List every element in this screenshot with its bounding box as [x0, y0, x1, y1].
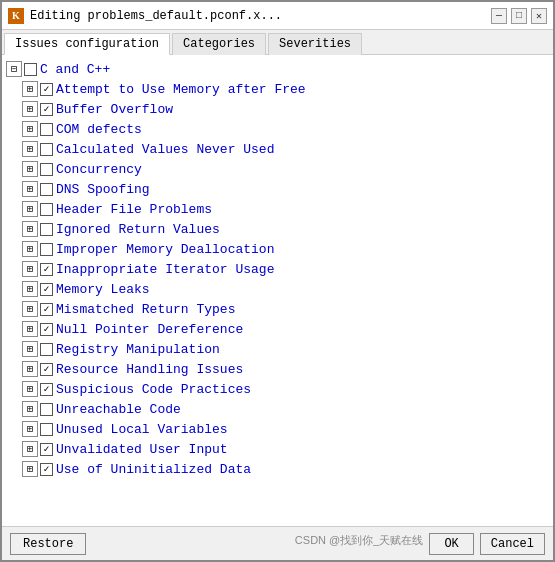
title-bar-left: K Editing problems_default.pconf.x...	[8, 8, 282, 24]
list-item-improper[interactable]: ⊞ Improper Memory Deallocation	[4, 239, 551, 259]
list-item-unreachable[interactable]: ⊞ Unreachable Code	[4, 399, 551, 419]
label-improper: Improper Memory Deallocation	[56, 242, 274, 257]
list-item-unused[interactable]: ⊞ Unused Local Variables	[4, 419, 551, 439]
bottom-bar: Restore CSDN @找到你_天赋在线 OK Cancel	[2, 526, 553, 560]
checkbox-dns[interactable]	[40, 183, 53, 196]
checkbox-header[interactable]	[40, 203, 53, 216]
list-item-buffer[interactable]: ⊞ Buffer Overflow	[4, 99, 551, 119]
list-item-com[interactable]: ⊞ COM defects	[4, 119, 551, 139]
list-item-registry[interactable]: ⊞ Registry Manipulation	[4, 339, 551, 359]
tree-container[interactable]: ⊟ C and C++ ⊞ Attempt to Use Memory afte…	[2, 55, 553, 526]
checkbox-mismatched[interactable]	[40, 303, 53, 316]
checkbox-attempt[interactable]	[40, 83, 53, 96]
checkbox-improper[interactable]	[40, 243, 53, 256]
close-button[interactable]: ✕	[531, 8, 547, 24]
expand-icon-memory-leaks[interactable]: ⊞	[22, 281, 38, 297]
expand-icon-improper[interactable]: ⊞	[22, 241, 38, 257]
expand-icon-unused[interactable]: ⊞	[22, 421, 38, 437]
list-item-dns[interactable]: ⊞ DNS Spoofing	[4, 179, 551, 199]
label-unvalidated: Unvalidated User Input	[56, 442, 228, 457]
checkbox-ignored[interactable]	[40, 223, 53, 236]
watermark-text: CSDN @找到你_天赋在线	[295, 533, 424, 555]
label-memory-leaks: Memory Leaks	[56, 282, 150, 297]
checkbox-cpp[interactable]	[24, 63, 37, 76]
expand-icon-attempt[interactable]: ⊞	[22, 81, 38, 97]
expand-icon-ignored[interactable]: ⊞	[22, 221, 38, 237]
list-item-header[interactable]: ⊞ Header File Problems	[4, 199, 551, 219]
list-item-resource[interactable]: ⊞ Resource Handling Issues	[4, 359, 551, 379]
checkbox-unused[interactable]	[40, 423, 53, 436]
list-item-suspicious[interactable]: ⊞ Suspicious Code Practices	[4, 379, 551, 399]
expand-icon-header[interactable]: ⊞	[22, 201, 38, 217]
restore-button[interactable]: Restore	[10, 533, 86, 555]
content-area: ⊟ C and C++ ⊞ Attempt to Use Memory afte…	[2, 55, 553, 526]
category-c-cpp[interactable]: ⊟ C and C++	[4, 59, 551, 79]
expand-icon-com[interactable]: ⊞	[22, 121, 38, 137]
expand-icon-dns[interactable]: ⊞	[22, 181, 38, 197]
list-item-ignored[interactable]: ⊞ Ignored Return Values	[4, 219, 551, 239]
list-item-null[interactable]: ⊞ Null Pointer Dereference	[4, 319, 551, 339]
list-item-inappropriate[interactable]: ⊞ Inappropriate Iterator Usage	[4, 259, 551, 279]
expand-icon-inappropriate[interactable]: ⊞	[22, 261, 38, 277]
list-item-concurrency[interactable]: ⊞ Concurrency	[4, 159, 551, 179]
expand-icon-resource[interactable]: ⊞	[22, 361, 38, 377]
collapse-icon-cpp[interactable]: ⊟	[6, 61, 22, 77]
label-header: Header File Problems	[56, 202, 212, 217]
label-dns: DNS Spoofing	[56, 182, 150, 197]
expand-icon-unvalidated[interactable]: ⊞	[22, 441, 38, 457]
list-item-memory-leaks[interactable]: ⊞ Memory Leaks	[4, 279, 551, 299]
list-item-unvalidated[interactable]: ⊞ Unvalidated User Input	[4, 439, 551, 459]
label-com: COM defects	[56, 122, 142, 137]
expand-icon-registry[interactable]: ⊞	[22, 341, 38, 357]
app-icon: K	[8, 8, 24, 24]
label-unreachable: Unreachable Code	[56, 402, 181, 417]
label-use-uninit: Use of Uninitialized Data	[56, 462, 251, 477]
checkbox-null[interactable]	[40, 323, 53, 336]
expand-icon-null[interactable]: ⊞	[22, 321, 38, 337]
checkbox-concurrency[interactable]	[40, 163, 53, 176]
category-label-cpp: C and C++	[40, 62, 110, 77]
cancel-button[interactable]: Cancel	[480, 533, 545, 555]
label-suspicious: Suspicious Code Practices	[56, 382, 251, 397]
expand-icon-use-uninit[interactable]: ⊞	[22, 461, 38, 477]
checkbox-unreachable[interactable]	[40, 403, 53, 416]
label-registry: Registry Manipulation	[56, 342, 220, 357]
list-item-calculated[interactable]: ⊞ Calculated Values Never Used	[4, 139, 551, 159]
list-item-mismatched[interactable]: ⊞ Mismatched Return Types	[4, 299, 551, 319]
label-unused: Unused Local Variables	[56, 422, 228, 437]
checkbox-memory-leaks[interactable]	[40, 283, 53, 296]
checkbox-com[interactable]	[40, 123, 53, 136]
checkbox-unvalidated[interactable]	[40, 443, 53, 456]
minimize-button[interactable]: —	[491, 8, 507, 24]
checkbox-calculated[interactable]	[40, 143, 53, 156]
title-bar: K Editing problems_default.pconf.x... — …	[2, 2, 553, 30]
tab-issues-configuration[interactable]: Issues configuration	[4, 33, 170, 55]
window-controls: — □ ✕	[491, 8, 547, 24]
expand-icon-unreachable[interactable]: ⊞	[22, 401, 38, 417]
label-buffer: Buffer Overflow	[56, 102, 173, 117]
checkbox-inappropriate[interactable]	[40, 263, 53, 276]
expand-icon-calculated[interactable]: ⊞	[22, 141, 38, 157]
tab-categories[interactable]: Categories	[172, 33, 266, 55]
list-item-use-uninit[interactable]: ⊞ Use of Uninitialized Data	[4, 459, 551, 479]
maximize-button[interactable]: □	[511, 8, 527, 24]
list-item-attempt[interactable]: ⊞ Attempt to Use Memory after Free	[4, 79, 551, 99]
checkbox-use-uninit[interactable]	[40, 463, 53, 476]
expand-icon-mismatched[interactable]: ⊞	[22, 301, 38, 317]
checkbox-buffer[interactable]	[40, 103, 53, 116]
expand-icon-suspicious[interactable]: ⊞	[22, 381, 38, 397]
label-null: Null Pointer Dereference	[56, 322, 243, 337]
label-ignored: Ignored Return Values	[56, 222, 220, 237]
expand-icon-buffer[interactable]: ⊞	[22, 101, 38, 117]
expand-icon-concurrency[interactable]: ⊞	[22, 161, 38, 177]
bottom-right-area: CSDN @找到你_天赋在线 OK Cancel	[295, 533, 545, 555]
tab-bar: Issues configuration Categories Severiti…	[2, 30, 553, 55]
tab-severities[interactable]: Severities	[268, 33, 362, 55]
checkbox-suspicious[interactable]	[40, 383, 53, 396]
ok-button[interactable]: OK	[429, 533, 473, 555]
label-concurrency: Concurrency	[56, 162, 142, 177]
checkbox-resource[interactable]	[40, 363, 53, 376]
label-calculated: Calculated Values Never Used	[56, 142, 274, 157]
label-resource: Resource Handling Issues	[56, 362, 243, 377]
checkbox-registry[interactable]	[40, 343, 53, 356]
